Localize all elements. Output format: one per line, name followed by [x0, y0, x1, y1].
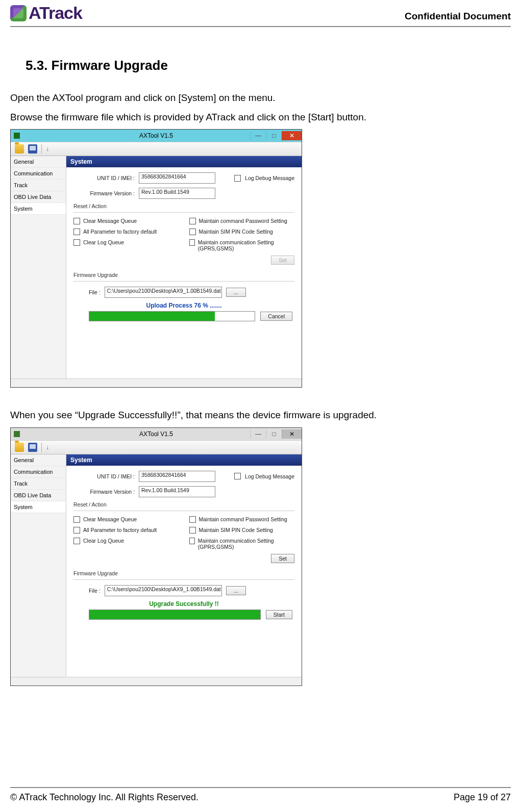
- fw-version-label: Firmware Version :: [73, 190, 135, 196]
- sidebar-item-general[interactable]: General: [11, 156, 66, 168]
- maintain-comm-label: Maintain communication Setting (GPRS,GSM…: [198, 239, 294, 251]
- maintain-sim-checkbox[interactable]: [189, 229, 196, 235]
- maintain-sim-label: Maintain SIM PIN Code Setting: [199, 527, 273, 533]
- window-title: AXTool V1.5: [139, 132, 173, 139]
- sidebar-item-system[interactable]: System: [11, 501, 66, 513]
- minimize-button[interactable]: —: [250, 429, 266, 439]
- close-button[interactable]: ✕: [282, 429, 302, 439]
- progress-fill: [89, 610, 260, 619]
- set-button[interactable]: Set: [271, 256, 294, 265]
- reset-group-title: Reset / Action: [73, 501, 294, 508]
- fw-version-field[interactable]: Rev.1.00 Build.1549: [139, 188, 215, 199]
- footer-page: Page 19 of 27: [454, 792, 511, 803]
- toolbar-divider: [41, 144, 42, 154]
- toolbar: ↓: [11, 142, 302, 156]
- fw-version-field[interactable]: Rev.1.00 Build.1549: [139, 486, 215, 497]
- maximize-button[interactable]: □: [266, 429, 282, 439]
- maintain-comm-checkbox[interactable]: [189, 239, 195, 246]
- upload-status-text: Upgrade Successfully !!: [73, 600, 294, 607]
- maintain-sim-label: Maintain SIM PIN Code Setting: [199, 229, 273, 235]
- section-title: 5.3. Firmware Upgrade: [26, 58, 511, 73]
- clear-log-label: Clear Log Queue: [83, 538, 124, 544]
- titlebar: AXTool V1.5 — □ ✕: [11, 130, 302, 142]
- browse-button[interactable]: ...: [226, 586, 246, 595]
- open-icon[interactable]: [15, 443, 24, 452]
- close-button[interactable]: ✕: [282, 131, 302, 140]
- all-param-checkbox[interactable]: [73, 527, 80, 534]
- save-icon[interactable]: [28, 443, 37, 452]
- maintain-pw-checkbox[interactable]: [189, 516, 196, 523]
- clear-msg-label: Clear Message Queue: [83, 516, 137, 522]
- set-button[interactable]: Set: [271, 554, 294, 563]
- file-path-field[interactable]: C:\Users\pou2100\Desktop\AX9_1.00B1549.d…: [105, 287, 222, 298]
- unit-id-label: UNIT ID / IMEI :: [73, 473, 135, 479]
- open-icon[interactable]: [15, 144, 24, 154]
- footer-separator: [10, 787, 511, 788]
- clear-log-checkbox[interactable]: [73, 538, 80, 544]
- sidebar-item-communication[interactable]: Communication: [11, 466, 66, 478]
- maintain-pw-label: Maintain command Password Setting: [199, 218, 287, 224]
- panel-title: System: [66, 454, 302, 466]
- file-label: File :: [89, 588, 101, 594]
- clear-log-checkbox[interactable]: [73, 239, 80, 246]
- unit-id-field[interactable]: 358683062841664: [139, 471, 215, 482]
- app-icon: [14, 133, 20, 139]
- cancel-button[interactable]: Cancel: [260, 312, 292, 321]
- logo-mark-icon: [10, 5, 27, 21]
- progress-bar: [89, 311, 255, 321]
- paragraph-3: When you see “Upgrade Successfully!!”, t…: [10, 408, 511, 422]
- sidebar: General Communication Track OBD Live Dat…: [11, 156, 66, 378]
- footer-copyright: © ATrack Technology Inc. All Rights Rese…: [10, 792, 199, 803]
- clear-msg-checkbox[interactable]: [73, 218, 80, 224]
- paragraph-2: Browse the firmware file which is provid…: [10, 110, 511, 124]
- maintain-pw-label: Maintain command Password Setting: [199, 516, 287, 522]
- sidebar-item-communication[interactable]: Communication: [11, 168, 66, 180]
- sidebar-item-track[interactable]: Track: [11, 478, 66, 490]
- unit-id-field[interactable]: 358683062841664: [139, 172, 215, 184]
- minimize-button[interactable]: —: [250, 131, 266, 140]
- sidebar-item-track[interactable]: Track: [11, 180, 66, 191]
- sidebar-item-general[interactable]: General: [11, 454, 66, 466]
- fw-upgrade-group-title: Firmware Upgrade: [73, 570, 294, 576]
- log-debug-checkbox[interactable]: [234, 473, 241, 479]
- screenshot-success: AXTool V1.5 — □ ✕ ↓ General Communicatio…: [10, 427, 302, 686]
- fw-upgrade-group-title: Firmware Upgrade: [73, 272, 294, 278]
- app-icon: [14, 431, 20, 437]
- clear-msg-checkbox[interactable]: [73, 516, 80, 523]
- logo-text: ATrack: [29, 3, 82, 23]
- progress-bar: [89, 610, 261, 620]
- unit-id-label: UNIT ID / IMEI :: [73, 175, 135, 181]
- save-icon[interactable]: [28, 144, 37, 154]
- sidebar-item-obd[interactable]: OBD Live Data: [11, 490, 66, 501]
- clear-msg-label: Clear Message Queue: [83, 218, 137, 224]
- sidebar-item-obd[interactable]: OBD Live Data: [11, 191, 66, 203]
- header-separator: [10, 26, 511, 27]
- log-debug-checkbox[interactable]: [234, 175, 241, 182]
- sidebar-item-system[interactable]: System: [11, 203, 66, 215]
- group-separator: [73, 511, 294, 511]
- maintain-pw-checkbox[interactable]: [189, 218, 196, 224]
- all-param-checkbox[interactable]: [73, 229, 80, 235]
- upload-status-text: Upload Process 76 % .......: [73, 302, 294, 309]
- maintain-sim-checkbox[interactable]: [189, 527, 196, 534]
- group-separator: [73, 212, 294, 213]
- panel-title: System: [66, 156, 302, 167]
- reset-group-title: Reset / Action: [73, 203, 294, 209]
- statusbar: [11, 677, 302, 686]
- window-title: AXTool V1.5: [139, 430, 173, 438]
- confidential-label: Confidential Document: [405, 11, 511, 23]
- paragraph-1: Open the AXTool program and click on [Sy…: [10, 91, 511, 105]
- log-debug-label: Log Debug Message: [245, 473, 294, 479]
- browse-button[interactable]: ...: [226, 288, 246, 297]
- fw-version-label: Firmware Version :: [73, 489, 135, 495]
- logo: ATrack: [10, 3, 82, 23]
- file-path-field[interactable]: C:\Users\pou2100\Desktop\AX9_1.00B1549.d…: [105, 585, 222, 596]
- maximize-button[interactable]: □: [266, 131, 282, 140]
- download-icon[interactable]: ↓: [46, 145, 52, 153]
- start-button[interactable]: Start: [266, 610, 292, 619]
- download-icon[interactable]: ↓: [46, 444, 52, 451]
- maintain-comm-checkbox[interactable]: [189, 538, 195, 544]
- group-separator-2: [73, 281, 294, 282]
- toolbar-divider: [41, 443, 42, 452]
- clear-log-label: Clear Log Queue: [83, 239, 124, 245]
